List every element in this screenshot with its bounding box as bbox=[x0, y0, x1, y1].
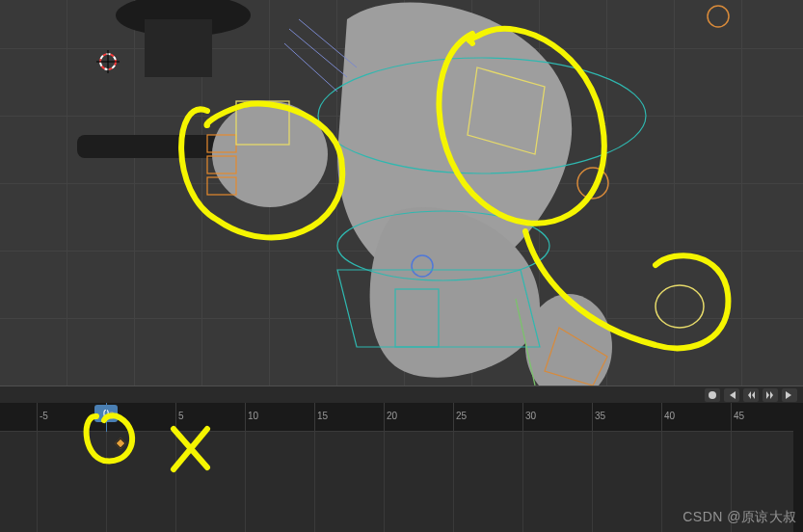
ruler-tick: 10 bbox=[245, 403, 258, 432]
timeline-ruler[interactable]: 0 -505101520253035404550 bbox=[0, 403, 803, 432]
dopesheet-column bbox=[314, 432, 315, 532]
ruler-tick: 30 bbox=[522, 403, 536, 432]
dopesheet-column bbox=[37, 432, 38, 532]
dopesheet-column bbox=[106, 432, 107, 532]
ruler-tick: 40 bbox=[661, 403, 675, 432]
ruler-tick: 45 bbox=[731, 403, 744, 432]
dopesheet-column bbox=[245, 432, 246, 532]
viewport-3d[interactable] bbox=[0, 0, 803, 386]
record-icon[interactable] bbox=[705, 388, 720, 402]
svg-point-9 bbox=[708, 6, 729, 27]
dopesheet-column bbox=[661, 432, 662, 532]
svg-point-11 bbox=[656, 285, 704, 328]
jump-end-icon[interactable] bbox=[782, 388, 797, 402]
ruler-tick: -5 bbox=[37, 403, 48, 432]
ruler-tick: 25 bbox=[453, 403, 467, 432]
jump-key-prev-icon[interactable] bbox=[743, 388, 759, 402]
jump-start-icon[interactable] bbox=[724, 388, 739, 402]
svg-rect-6 bbox=[145, 19, 212, 77]
keyframe-marker[interactable] bbox=[115, 438, 125, 448]
jump-key-next-icon[interactable] bbox=[763, 388, 778, 402]
dopesheet-column bbox=[175, 432, 176, 532]
watermark: CSDN @原谅大叔 bbox=[683, 509, 797, 526]
dopesheet-column bbox=[592, 432, 593, 532]
svg-point-10 bbox=[577, 168, 608, 199]
ruler-tick: 35 bbox=[592, 403, 605, 432]
ruler-tick: 0 bbox=[106, 403, 115, 432]
ruler-tick: 20 bbox=[384, 403, 397, 432]
viewport-content bbox=[0, 0, 803, 386]
dopesheet-column bbox=[453, 432, 454, 532]
svg-point-21 bbox=[709, 391, 716, 399]
svg-point-8 bbox=[212, 101, 328, 207]
ruler-tick: 5 bbox=[175, 403, 184, 432]
timeline-header bbox=[0, 386, 803, 403]
dopesheet-column bbox=[384, 432, 385, 532]
dopesheet-column bbox=[522, 432, 523, 532]
ruler-tick: 15 bbox=[314, 403, 328, 432]
